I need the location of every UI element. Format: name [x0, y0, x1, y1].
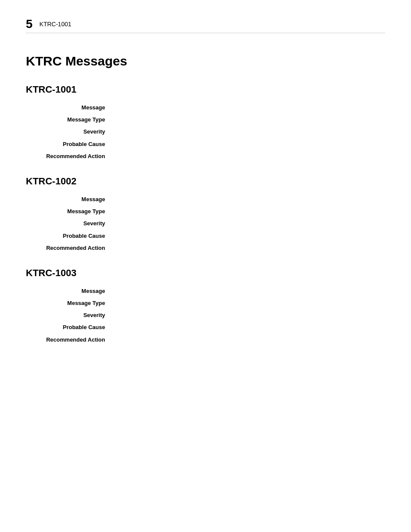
field-value-ktrc-1003-4 — [112, 336, 385, 344]
field-label-ktrc-1002-0: Message — [26, 196, 112, 203]
field-value-ktrc-1003-2 — [112, 311, 385, 319]
field-value-ktrc-1002-3 — [112, 232, 385, 240]
field-label-ktrc-1002-1: Message Type — [26, 208, 112, 215]
field-row-ktrc-1002-2: Severity — [26, 220, 385, 227]
field-label-ktrc-1001-1: Message Type — [26, 116, 112, 124]
field-label-ktrc-1003-0: Message — [26, 287, 112, 295]
field-label-ktrc-1002-3: Probable Cause — [26, 232, 112, 240]
field-row-ktrc-1001-1: Message Type — [26, 116, 385, 124]
page-wrapper: 5 KTRC-1001 KTRC Messages KTRC-1001Messa… — [0, 0, 411, 385]
field-value-ktrc-1001-0 — [112, 104, 385, 112]
page-header: 5 KTRC-1001 — [26, 17, 385, 33]
section-title-ktrc-1002: KTRC-1002 — [26, 176, 385, 187]
field-value-ktrc-1003-0 — [112, 287, 385, 295]
field-row-ktrc-1003-0: Message — [26, 287, 385, 295]
section-ktrc-1001: KTRC-1001MessageMessage TypeSeverityProb… — [26, 84, 385, 160]
field-label-ktrc-1001-4: Recommended Action — [26, 152, 112, 160]
field-value-ktrc-1003-1 — [112, 299, 385, 307]
field-row-ktrc-1003-4: Recommended Action — [26, 336, 385, 344]
field-value-ktrc-1002-2 — [112, 220, 385, 227]
field-label-ktrc-1001-2: Severity — [26, 128, 112, 136]
field-label-ktrc-1003-1: Message Type — [26, 299, 112, 307]
field-row-ktrc-1002-3: Probable Cause — [26, 232, 385, 240]
main-title: KTRC Messages — [26, 54, 385, 68]
field-value-ktrc-1001-3 — [112, 140, 385, 148]
field-label-ktrc-1003-3: Probable Cause — [26, 324, 112, 331]
section-ktrc-1002: KTRC-1002MessageMessage TypeSeverityProb… — [26, 176, 385, 252]
field-row-ktrc-1001-3: Probable Cause — [26, 140, 385, 148]
field-label-ktrc-1001-3: Probable Cause — [26, 140, 112, 148]
field-label-ktrc-1001-0: Message — [26, 104, 112, 112]
field-row-ktrc-1001-2: Severity — [26, 128, 385, 136]
field-value-ktrc-1001-2 — [112, 128, 385, 136]
field-row-ktrc-1003-3: Probable Cause — [26, 324, 385, 331]
field-value-ktrc-1002-1 — [112, 208, 385, 215]
field-value-ktrc-1001-1 — [112, 116, 385, 124]
field-row-ktrc-1003-2: Severity — [26, 311, 385, 319]
section-ktrc-1003: KTRC-1003MessageMessage TypeSeverityProb… — [26, 268, 385, 344]
section-title-ktrc-1001: KTRC-1001 — [26, 84, 385, 95]
sections-container: KTRC-1001MessageMessage TypeSeverityProb… — [26, 84, 385, 344]
field-row-ktrc-1002-0: Message — [26, 196, 385, 203]
field-label-ktrc-1003-2: Severity — [26, 311, 112, 319]
field-label-ktrc-1002-4: Recommended Action — [26, 244, 112, 252]
field-row-ktrc-1002-4: Recommended Action — [26, 244, 385, 252]
field-value-ktrc-1001-4 — [112, 152, 385, 160]
field-row-ktrc-1001-4: Recommended Action — [26, 152, 385, 160]
field-value-ktrc-1002-4 — [112, 244, 385, 252]
field-label-ktrc-1003-4: Recommended Action — [26, 336, 112, 344]
page-number: 5 — [26, 17, 33, 31]
field-value-ktrc-1002-0 — [112, 196, 385, 203]
field-row-ktrc-1003-1: Message Type — [26, 299, 385, 307]
page-header-title: KTRC-1001 — [40, 21, 72, 28]
field-row-ktrc-1002-1: Message Type — [26, 208, 385, 215]
section-title-ktrc-1003: KTRC-1003 — [26, 268, 385, 279]
field-label-ktrc-1002-2: Severity — [26, 220, 112, 227]
field-row-ktrc-1001-0: Message — [26, 104, 385, 112]
field-value-ktrc-1003-3 — [112, 324, 385, 331]
